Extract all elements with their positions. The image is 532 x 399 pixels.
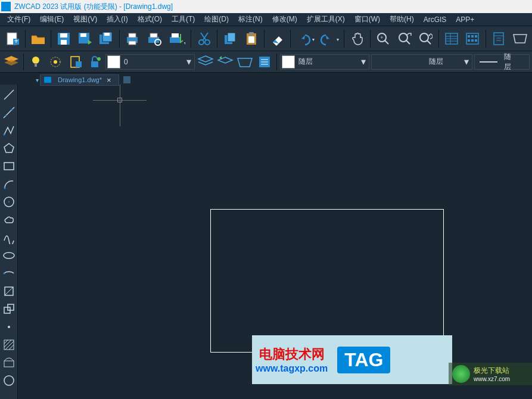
layer-isolate-button[interactable] [236, 53, 254, 71]
line-tool[interactable] [1, 87, 17, 102]
svg-line-78 [4, 340, 11, 347]
dropdown-arrow-icon[interactable]: ▾ [358, 56, 369, 67]
menu-window[interactable]: 窗口(W) [350, 13, 385, 26]
paste-button[interactable] [241, 29, 261, 49]
save-button[interactable] [54, 29, 74, 49]
properties-button[interactable] [442, 29, 462, 49]
insert-block-tool[interactable] [1, 283, 17, 299]
ellipse-tool[interactable] [1, 248, 17, 263]
svg-rect-76 [4, 340, 14, 350]
print-button[interactable] [123, 29, 142, 49]
document-tabbar: ▾ Drawing1.dwg* × [18, 74, 132, 86]
construction-line-tool[interactable] [1, 105, 17, 120]
svg-text:+: + [380, 35, 383, 40]
layer-states-button[interactable] [197, 53, 214, 71]
menu-view[interactable]: 视图(V) [69, 13, 102, 26]
region-tool[interactable] [1, 373, 17, 388]
svg-point-68 [4, 197, 14, 207]
menu-dimension[interactable]: 标注(N) [234, 13, 267, 26]
tool-palettes-button[interactable] [489, 29, 509, 49]
cut-button[interactable] [194, 29, 214, 49]
svg-rect-45 [494, 33, 503, 45]
zoom-window-button[interactable] [394, 29, 414, 49]
zoom-realtime-button[interactable]: + [374, 29, 393, 49]
svg-rect-1 [13, 39, 19, 45]
ellipse-arc-tool[interactable] [1, 266, 17, 281]
layer-unlock-icon[interactable] [86, 53, 104, 71]
save-as-button[interactable] [76, 29, 95, 49]
dropdown-arrow-icon[interactable]: ▾ [183, 56, 194, 67]
svg-rect-26 [248, 36, 254, 43]
layer-manager-button[interactable] [2, 53, 20, 71]
line-sample-icon [480, 61, 497, 63]
drawing-canvas[interactable]: ▾ Drawing1.dwg* × 电脑技术网 www.tagxp.com TA… [18, 85, 532, 399]
svg-point-69 [8, 201, 10, 202]
arc-tool[interactable] [1, 176, 17, 192]
tab-label: Drawing1.dwg* [58, 76, 102, 83]
rectangle-tool[interactable] [1, 158, 17, 174]
copy-button[interactable] [220, 29, 240, 49]
layer-name-dropdown[interactable]: 0 ▾ [105, 54, 195, 70]
polygon-tool[interactable] [1, 141, 17, 156]
svg-rect-4 [60, 33, 67, 38]
zoom-previous-button[interactable] [416, 29, 435, 49]
publish-button[interactable]: ▾ [165, 29, 188, 49]
dropdown-arrow-icon[interactable]: ▾ [461, 56, 472, 67]
svg-point-71 [3, 273, 5, 275]
layer-properties-button[interactable] [256, 53, 273, 71]
menu-format[interactable]: 格式(O) [133, 13, 167, 26]
lineweight-dropdown[interactable]: 随层 [474, 54, 530, 70]
menu-extend[interactable]: 扩展工具(X) [302, 13, 350, 26]
menu-app[interactable]: APP+ [451, 14, 479, 25]
menu-help[interactable]: 帮助(H) [385, 13, 419, 26]
gradient-tool[interactable] [1, 355, 17, 370]
point-tool[interactable] [1, 319, 17, 335]
svg-rect-39 [468, 35, 470, 38]
svg-point-56 [97, 57, 101, 61]
undo-button[interactable]: ▾ [294, 29, 316, 49]
print-preview-button[interactable] [144, 29, 163, 49]
pan-button[interactable] [347, 29, 367, 49]
circle-tool[interactable] [1, 194, 17, 210]
new-tab-button[interactable] [122, 74, 132, 85]
svg-point-82 [4, 376, 14, 385]
layer-previous-button[interactable] [216, 53, 234, 71]
menu-tools[interactable]: 工具(T) [167, 13, 200, 26]
menu-modify[interactable]: 修改(M) [267, 13, 302, 26]
revision-cloud-tool[interactable] [1, 212, 17, 227]
svg-rect-66 [4, 163, 14, 170]
menu-insert[interactable]: 插入(I) [102, 13, 132, 26]
clean-screen-button[interactable] [510, 29, 530, 49]
tab-list-dropdown[interactable]: ▾ [36, 77, 39, 83]
linetype-value: 随层 [372, 57, 461, 67]
linetype-dropdown[interactable]: 随层 ▾ [371, 54, 472, 70]
svg-point-29 [378, 33, 386, 42]
layer-freeze-icon[interactable] [46, 53, 64, 71]
make-block-tool[interactable] [1, 301, 17, 317]
hatch-tool[interactable] [1, 337, 17, 353]
eraser-button[interactable] [267, 29, 287, 49]
svg-rect-10 [104, 33, 110, 36]
menu-draw[interactable]: 绘图(D) [200, 13, 234, 26]
svg-rect-55 [91, 61, 98, 67]
tab-close-button[interactable]: × [107, 76, 111, 85]
color-swatch [282, 55, 295, 68]
svg-rect-42 [468, 39, 470, 42]
menu-arcgis[interactable]: ArcGIS [419, 14, 452, 25]
redo-button[interactable]: ▾ [318, 29, 341, 49]
design-center-button[interactable] [463, 29, 483, 49]
polyline-tool[interactable] [1, 123, 17, 138]
layer-on-icon[interactable] [27, 53, 45, 71]
drawn-rectangle[interactable] [210, 209, 444, 353]
new-button[interactable]: + [2, 29, 22, 49]
open-button[interactable] [29, 29, 48, 49]
color-dropdown[interactable]: 随层 ▾ [280, 54, 369, 70]
menu-edit[interactable]: 编辑(E) [35, 13, 69, 26]
document-tab[interactable]: Drawing1.dwg* × [40, 74, 119, 86]
watermark-url: www.tagxp.com [256, 363, 328, 374]
layer-lock-icon[interactable] [66, 53, 84, 71]
svg-rect-0 [7, 33, 17, 45]
menu-file[interactable]: 文件(F) [2, 13, 35, 26]
save-all-button[interactable] [97, 29, 116, 49]
spline-tool[interactable] [1, 230, 17, 245]
